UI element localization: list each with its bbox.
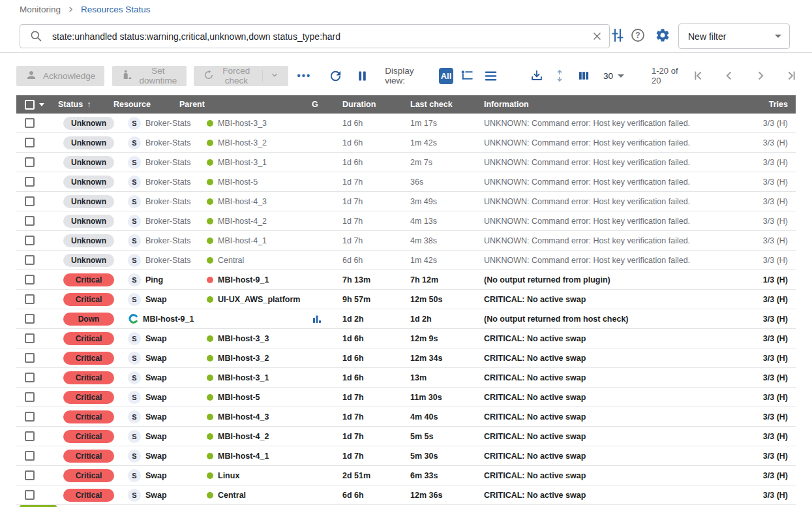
row-checkbox[interactable]: [25, 431, 35, 441]
row-checkbox[interactable]: [25, 392, 35, 402]
first-page-icon[interactable]: [691, 69, 705, 83]
breadcrumb-section[interactable]: Monitoring: [20, 5, 61, 14]
resource-name[interactable]: Broker-Stats: [145, 236, 190, 245]
row-checkbox[interactable]: [25, 118, 35, 128]
resource-name[interactable]: Broker-Stats: [145, 217, 190, 226]
table-row[interactable]: Unknown S Broker-Stats MBI-host-4_3 1d 7…: [16, 192, 796, 211]
table-row[interactable]: Unknown S Broker-Stats MBI-host-3_2 1d 6…: [16, 133, 796, 153]
view-all-button[interactable]: All: [439, 68, 453, 84]
column-header-tries[interactable]: Tries: [734, 100, 788, 109]
columns-settings-icon[interactable]: [576, 68, 592, 84]
table-row[interactable]: Unknown S Broker-Stats MBI-host-4_2 1d 7…: [16, 211, 796, 231]
refresh-icon[interactable]: [327, 67, 344, 85]
parent-name[interactable]: MBI-host-4_1: [218, 452, 269, 461]
table-row[interactable]: Unknown S Broker-Stats MBI-host-3_1 1d 6…: [16, 153, 796, 172]
resource-name[interactable]: Swap: [145, 452, 167, 461]
forced-check-button[interactable]: Forced check: [194, 66, 288, 86]
column-header-graph[interactable]: G: [312, 100, 337, 109]
parent-name[interactable]: MBI-host-4_2: [218, 432, 269, 441]
table-row[interactable]: Critical S Ping MBI-host-9_1 7h 13m 7h 1…: [16, 270, 796, 290]
resource-name[interactable]: Broker-Stats: [145, 197, 190, 206]
parent-name[interactable]: Central: [218, 491, 246, 500]
row-checkbox[interactable]: [25, 451, 35, 461]
acknowledge-button[interactable]: Acknowledge: [16, 66, 104, 86]
resource-name[interactable]: Swap: [145, 432, 167, 441]
clear-search-icon[interactable]: [585, 28, 609, 44]
table-row[interactable]: Down MBI-host-9_1 1d 2h 1d 2h (No output…: [16, 309, 796, 329]
row-checkbox[interactable]: [25, 177, 35, 187]
row-checkbox[interactable]: [25, 470, 35, 480]
parent-name[interactable]: MBI-host-3_3: [218, 119, 267, 128]
settings-gear-icon[interactable]: [655, 27, 670, 43]
resource-name[interactable]: Broker-Stats: [145, 177, 190, 187]
resource-name[interactable]: Swap: [145, 393, 167, 402]
row-checkbox[interactable]: [25, 294, 35, 304]
column-header-last-check[interactable]: Last check: [410, 100, 479, 109]
parent-name[interactable]: MBI-host-4_2: [218, 217, 267, 226]
more-actions-button[interactable]: •••: [295, 69, 314, 83]
resource-name[interactable]: Ping: [145, 275, 163, 284]
export-download-icon[interactable]: [528, 67, 545, 84]
rows-per-page-select[interactable]: 30: [603, 71, 624, 81]
parent-name[interactable]: MBI-host-3_2: [218, 138, 267, 147]
row-checkbox[interactable]: [25, 138, 35, 147]
parent-name[interactable]: MBI-host-3_3: [218, 334, 269, 343]
resource-name[interactable]: Swap: [145, 412, 167, 422]
breadcrumb-current-page[interactable]: Resources Status: [81, 5, 151, 14]
parent-name[interactable]: MBI-host-4_1: [218, 236, 267, 245]
set-downtime-button[interactable]: Set downtime: [112, 66, 186, 86]
row-checkbox[interactable]: [25, 236, 35, 245]
column-header-information[interactable]: Information: [484, 100, 734, 109]
row-checkbox[interactable]: [25, 412, 35, 422]
table-row[interactable]: Critical S Swap UI-UX_AWS_platform 9h 57…: [16, 290, 796, 309]
saved-filter-select[interactable]: New filter: [678, 23, 790, 49]
row-checkbox[interactable]: [25, 196, 35, 206]
row-checkbox[interactable]: [25, 216, 35, 226]
parent-name[interactable]: MBI-host-3_2: [218, 354, 269, 363]
resource-name[interactable]: Swap: [145, 334, 167, 343]
resource-name[interactable]: Swap: [145, 295, 167, 304]
resource-name[interactable]: MBI-host-9_1: [143, 315, 194, 324]
table-row[interactable]: Critical S Swap Central 6d 6h 12m 36s CR…: [16, 485, 796, 505]
row-checkbox[interactable]: [25, 275, 35, 284]
table-row[interactable]: Critical S Swap MBI-host-4_3 1d 7h 4m 40…: [16, 407, 796, 427]
row-checkbox[interactable]: [25, 157, 35, 167]
last-page-icon[interactable]: [785, 69, 799, 83]
row-checkbox[interactable]: [25, 333, 35, 343]
table-row[interactable]: Critical S Swap MBI-host-4_1 1d 7h 5m 30…: [16, 446, 796, 466]
resource-name[interactable]: Swap: [145, 373, 167, 382]
table-row[interactable]: Unknown S Broker-Stats MBI-host-5 1d 7h …: [16, 172, 796, 192]
resource-name[interactable]: Broker-Stats: [145, 256, 190, 265]
chevron-down-icon[interactable]: [270, 70, 279, 82]
previous-page-icon[interactable]: [722, 69, 736, 83]
table-row[interactable]: Unknown S Broker-Stats MBI-host-4_1 1d 7…: [16, 231, 796, 251]
select-all-checkbox[interactable]: [25, 100, 35, 110]
search-input[interactable]: [52, 31, 585, 42]
list-view-icon[interactable]: [482, 67, 500, 85]
row-checkbox[interactable]: [25, 353, 35, 363]
row-checkbox[interactable]: [25, 255, 35, 265]
table-row[interactable]: Critical S Swap MBI-host-3_3 1d 6h 12m 9…: [16, 329, 796, 348]
resource-name[interactable]: Broker-Stats: [145, 138, 190, 147]
table-row[interactable]: Critical S Swap Linux 2d 51m 6m 33s CRIT…: [16, 466, 796, 485]
parent-name[interactable]: MBI-host-9_1: [218, 275, 269, 284]
column-header-parent[interactable]: Parent: [179, 100, 307, 109]
table-row[interactable]: Unknown S Broker-Stats MBI-host-3_3 1d 6…: [16, 114, 796, 133]
resource-name[interactable]: Broker-Stats: [145, 158, 190, 167]
table-row[interactable]: Unknown S Broker-Stats Central 6d 6h 1m …: [16, 251, 796, 270]
parent-name[interactable]: MBI-host-4_3: [218, 197, 267, 206]
table-row[interactable]: Critical S Swap MBI-host-5 1d 7h 11m 30s…: [16, 388, 796, 407]
resource-name[interactable]: Swap: [145, 491, 167, 500]
table-row[interactable]: Critical S Swap MBI-host-3_2 1d 6h 12m 3…: [16, 348, 796, 368]
parent-name[interactable]: UI-UX_AWS_platform: [218, 295, 300, 304]
tree-view-icon[interactable]: [459, 67, 476, 85]
parent-name[interactable]: MBI-host-4_3: [218, 412, 269, 422]
expand-collapse-rows-icon[interactable]: [552, 68, 567, 84]
next-page-icon[interactable]: [753, 69, 768, 83]
parent-name[interactable]: MBI-host-3_1: [218, 373, 269, 382]
row-checkbox[interactable]: [25, 314, 35, 324]
parent-name[interactable]: MBI-host-5: [218, 393, 260, 402]
parent-name[interactable]: MBI-host-3_1: [218, 158, 267, 167]
parent-name[interactable]: MBI-host-5: [218, 177, 258, 187]
resource-name[interactable]: Swap: [145, 354, 167, 363]
